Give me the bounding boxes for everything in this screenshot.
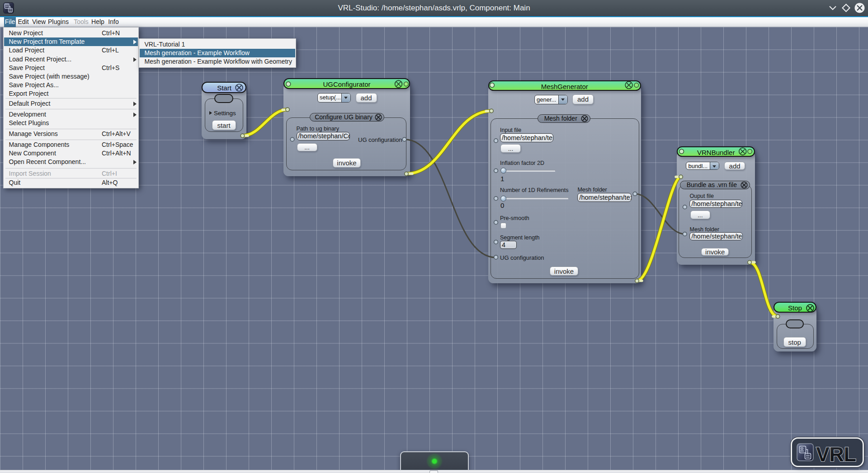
svg-text:VRL: VRL <box>816 443 856 466</box>
